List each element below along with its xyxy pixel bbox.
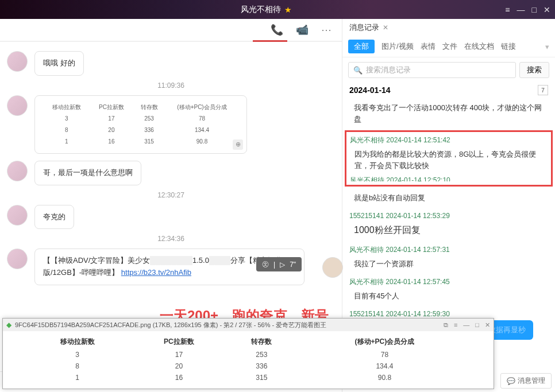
tabs-more-icon[interactable]: ▾	[545, 42, 549, 51]
date-header: 2024-01-14 7	[342, 83, 555, 98]
avatar[interactable]	[7, 161, 28, 181]
timestamp: 12:34:36	[0, 232, 342, 245]
viewer-minimize-icon[interactable]: —	[463, 321, 469, 329]
avatar[interactable]	[7, 249, 28, 269]
record-item: 风光不相待 2024-01-14 12:57:31 我拉了一个资源群	[348, 242, 549, 274]
table-row: 11631590.8	[24, 372, 473, 383]
avatar[interactable]	[7, 205, 28, 226]
avatar[interactable]	[7, 95, 28, 116]
message-manage-button[interactable]: 💬 消息管理	[500, 373, 552, 389]
message-row: 夸克的	[0, 201, 342, 233]
tab-all[interactable]: 全部	[348, 40, 375, 53]
tab-link[interactable]: 链接	[501, 41, 516, 52]
tab-file[interactable]: 文件	[442, 41, 457, 52]
play-icon: ▷	[280, 261, 285, 269]
close-button[interactable]: ✕	[544, 5, 550, 14]
close-panel-icon[interactable]: ✕	[383, 24, 388, 32]
search-icon: 🔍	[353, 66, 363, 75]
image-viewer-window: ◆ 9FC64F15DB57194BA259ACF251ACFADE.png (…	[2, 318, 494, 389]
viewer-app-icon: ◆	[6, 321, 11, 329]
image-bubble[interactable]: 移动拉新数PC拉新数转存数(移动+PC)会员分成 31725378 820336…	[34, 95, 247, 154]
ocr-icon: ㉆	[262, 259, 269, 269]
table-header-row: 移动拉新数PC拉新数转存数(移动+PC)会员分成	[24, 335, 473, 349]
message-row: 哥，最后一项是什么意思啊	[0, 157, 342, 189]
timestamp: 12:30:27	[0, 189, 342, 201]
tab-media[interactable]: 图片/视频	[381, 41, 414, 52]
record-item: 风光不相待 2024-01-14 12:51:00 我看夸克出了一个活动1000…	[348, 98, 549, 129]
viewer-menu-icon[interactable]: ≡	[454, 321, 457, 329]
viewer-titlebar[interactable]: ◆ 9FC64F15DB57194BA259ACF251ACFADE.png (…	[3, 319, 494, 331]
table-row: 820336134.4	[24, 360, 473, 372]
viewer-title: 9FC64F15DB57194BA259ACF251ACFADE.png (17…	[15, 321, 326, 329]
video-call-icon[interactable]: 📹	[296, 24, 309, 36]
record-item: 155215141 2024-01-14 12:53:29 1000粉丝开回复	[348, 208, 549, 242]
search-button[interactable]: 搜索	[519, 62, 549, 78]
message-row: 哦哦 好的	[0, 48, 342, 79]
star-icon: ★	[284, 5, 292, 14]
avatar[interactable]	[322, 257, 342, 278]
message-bubble: 哦哦 好的	[34, 51, 84, 76]
message-icon: 💬	[507, 377, 515, 385]
viewer-body: 移动拉新数PC拉新数转存数(移动+PC)会员分成 31725378 820336…	[3, 331, 494, 387]
link[interactable]: https://b23.tv/2nhAfib	[121, 268, 191, 277]
window-titlebar: 风光不相待 ★ ≡ — □ ✕	[0, 0, 555, 19]
maximize-button[interactable]: □	[532, 5, 537, 14]
search-row: 🔍 搜索消息记录 搜索	[342, 57, 555, 83]
message-row	[322, 257, 342, 278]
message-bubble: 哥，最后一项是什么意思啊	[34, 161, 141, 185]
viewer-close-icon[interactable]: ✕	[485, 321, 490, 329]
viewer-controls: ⧉ ≡ — □ ✕	[444, 321, 490, 329]
chat-header: 📞 📹 ⋯	[0, 19, 342, 42]
avatar[interactable]	[7, 51, 28, 72]
tab-doc[interactable]: 在线文档	[464, 41, 494, 52]
message-bubble: 夸克的	[34, 205, 74, 230]
calendar-icon[interactable]: 7	[538, 85, 548, 95]
minimize-button[interactable]: —	[517, 5, 525, 14]
side-header: 消息记录 ✕	[342, 19, 555, 36]
data-table: 移动拉新数PC拉新数转存数(移动+PC)会员分成 31725378 820336…	[24, 335, 473, 383]
record-item: 就是b站没有自动回复	[348, 188, 549, 208]
search-input[interactable]: 🔍 搜索消息记录	[348, 62, 516, 78]
ocr-callout[interactable]: ㉆ | ▷ 7"	[256, 257, 302, 271]
highlighted-record: 风光不相待 2024-01-14 12:51:42 因为我给的都是比较大的资源，…	[345, 130, 553, 187]
voice-call-icon[interactable]: 📞	[271, 24, 283, 36]
timestamp: 11:09:36	[0, 79, 342, 92]
viewer-maximize-icon[interactable]: □	[475, 321, 479, 329]
window-controls: ≡ — □ ✕	[505, 5, 550, 14]
side-tabs: 全部 图片/视频 表情 文件 在线文档 链接 ▾	[342, 36, 555, 57]
more-icon[interactable]: ⋯	[321, 24, 332, 36]
viewer-pin-icon[interactable]: ⧉	[444, 321, 448, 329]
window-title: 风光不相待 ★	[241, 5, 292, 15]
message-row: 移动拉新数PC拉新数转存数(移动+PC)会员分成 31725378 820336…	[0, 92, 342, 157]
zoom-icon[interactable]: ⊕	[233, 139, 243, 150]
tab-sticker[interactable]: 表情	[421, 41, 435, 52]
record-item: 风光不相待 2024-01-14 12:57:45 目前有45个人	[348, 274, 549, 306]
menu-button[interactable]: ≡	[505, 5, 510, 14]
table-row: 31725378	[24, 349, 473, 360]
